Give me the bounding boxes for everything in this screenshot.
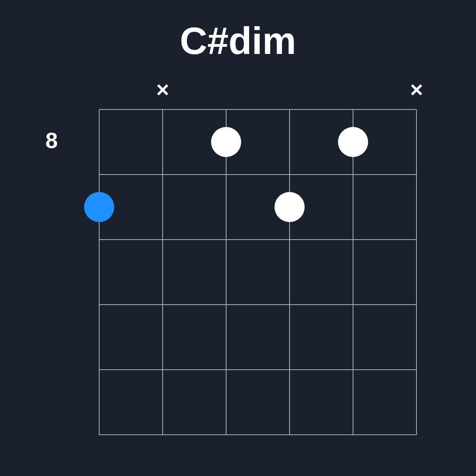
fretboard-grid (99, 109, 416, 435)
mute-marker: × (410, 77, 423, 102)
root-note-dot (84, 192, 114, 222)
note-dot (211, 127, 241, 157)
start-fret-label: 8 (45, 128, 58, 153)
chord-name: C#dim (0, 19, 476, 63)
chord-diagram: 8×× (0, 74, 476, 455)
note-dot (338, 127, 368, 157)
mute-marker: × (156, 77, 169, 102)
note-dot (274, 192, 305, 222)
